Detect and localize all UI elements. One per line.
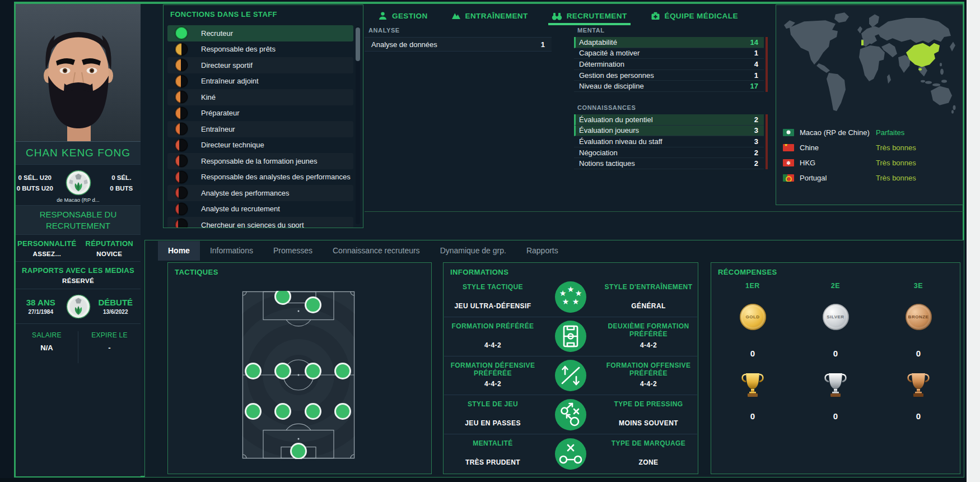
knowledge-attributes: Évaluation du potentiel2 Évaluation joue… [574, 114, 764, 169]
suitability-icon [175, 75, 188, 87]
medal-count: 0 [916, 349, 921, 358]
china-flag-icon [783, 144, 794, 151]
media-label: RAPPORTS AVEC LES MEDIAS [22, 266, 134, 275]
attribute-row[interactable]: Capacité à motiver1 [574, 48, 764, 59]
salary-label: SALAIRE [32, 331, 62, 339]
tab-label: ÉQUIPE MÉDICALE [665, 12, 738, 20]
senior-caps: 0 SÉL. [111, 174, 131, 181]
staff-function-row[interactable]: Analyste des performances [167, 185, 353, 201]
suitability-icon [175, 139, 188, 151]
attribute-value: 3 [754, 126, 758, 135]
tab-recrutement[interactable]: RECRUTEMENT [552, 11, 627, 21]
silver-trophy-icon [823, 372, 848, 398]
staff-function-label: Entraîneur [201, 125, 235, 133]
senior-stats: 0 SÉL. 0 BUTS [102, 170, 141, 205]
attribute-row[interactable]: Évaluation niveau du staff3 [574, 136, 764, 147]
scrollbar-thumb[interactable] [356, 27, 360, 61]
attribute-value: 17 [750, 82, 758, 90]
bronze-trophy-icon [906, 372, 931, 398]
age-value: 38 ANS [26, 298, 55, 307]
tab-equipe-medicale[interactable]: ÉQUIPE MÉDICALE [651, 11, 738, 21]
info-label: TYPE DE PRESSING [614, 400, 683, 408]
club-logo-small [66, 294, 91, 319]
attribute-row[interactable]: Niveau de discipline17 [574, 81, 764, 92]
staff-profile-sidebar: CHAN KENG FONG 0 SÉL. U20 0 BUTS U20 [16, 4, 141, 476]
staff-function-row[interactable]: Responsable des prêts [167, 41, 353, 58]
suitability-icon [175, 187, 188, 199]
expiry-block: EXPIRE LE - [78, 331, 141, 363]
informations-title: INFORMATIONS [444, 263, 698, 280]
player-dot [335, 404, 351, 419]
nation-row[interactable]: Macao (RP de Chine) Parfaites [781, 125, 958, 140]
staff-function-row[interactable]: Préparateur [167, 105, 353, 122]
u20-stats: 0 SÉL. U20 0 BUTS U20 [16, 170, 54, 205]
nation-rating: Très bonnes [876, 159, 916, 167]
staff-function-row[interactable]: Responsable de la formation jeunes [167, 153, 353, 169]
info-label: STYLE TACTIQUE [463, 283, 523, 291]
attribute-row[interactable]: Évaluation du potentiel2 [574, 114, 764, 126]
attribute-label: Évaluation niveau du staff [579, 137, 662, 146]
tab-home[interactable]: Home [158, 241, 200, 261]
nation-row[interactable]: HKG Très bonnes [781, 155, 958, 170]
attribute-row[interactable]: Évaluation joueurs3 [574, 126, 764, 137]
tab-informations[interactable]: Informations [200, 241, 263, 261]
info-row: MENTALITÉ TRÈS PRUDENT [444, 434, 697, 473]
staff-function-row[interactable]: Entraîneur adjoint [167, 73, 353, 90]
bronze-medal-icon: BRONZE [906, 304, 932, 330]
suitability-icon [175, 123, 188, 135]
tab-promesses[interactable]: Promesses [263, 241, 323, 261]
attribute-row[interactable]: Détermination4 [574, 59, 764, 70]
medal-label: SILVER [827, 314, 844, 319]
tab-dynamique-de-grp[interactable]: Dynamique de grp. [430, 241, 516, 261]
marking-icon [555, 438, 586, 470]
nation-name: HKG [800, 159, 815, 167]
player-dot [306, 364, 321, 379]
svg-text:★: ★ [562, 297, 570, 306]
tab-connaissance-recruteurs[interactable]: Connaissance recruteurs [323, 241, 430, 261]
staff-function-label: Entraîneur adjoint [201, 77, 259, 85]
attribute-value: 14 [750, 38, 758, 47]
tab-gestion[interactable]: GESTION [378, 11, 428, 21]
nation-row[interactable]: Portugal Très bonnes [781, 170, 958, 186]
attribute-row[interactable]: Négociation2 [574, 147, 764, 159]
rewards-col-first: 1ER GOLD 0 0 [711, 277, 794, 474]
staff-function-row[interactable]: Kiné [167, 89, 353, 105]
attribute-row[interactable]: Analyse de données 1 [365, 37, 552, 52]
attribute-label: Capacité à motiver [579, 49, 640, 57]
place-header: 3E [914, 282, 923, 290]
info-value: 4-4-2 [640, 341, 657, 349]
medal-label: GOLD [745, 314, 759, 319]
staff-function-row[interactable]: Recruteur [167, 25, 353, 41]
medical-bag-icon [651, 11, 660, 21]
staff-function-row[interactable]: Chercheur en sciences du sport [167, 217, 353, 228]
section-divider [365, 211, 963, 212]
expiry-value: - [108, 344, 110, 352]
info-row: STYLE DE JEU JEU EN PASSES [444, 395, 697, 434]
formation-swap-icon [555, 360, 586, 391]
attribute-row[interactable]: Gestion des personnes1 [574, 70, 764, 81]
rewards-columns: 1ER GOLD 0 0 2E SILVER 0 [711, 277, 960, 474]
tab-rapports[interactable]: Rapports [516, 241, 568, 261]
staff-function-row[interactable]: Directeur sportif [167, 57, 353, 73]
bottom-edge-strip [0, 478, 967, 482]
trophy-count: 0 [833, 411, 838, 421]
nation-row[interactable]: Chine Très bonnes [781, 140, 958, 155]
reputation-label: RÉPUTATION [85, 239, 133, 248]
staff-function-row[interactable]: Entraîneur [167, 121, 353, 137]
staff-function-label: Recruteur [201, 29, 233, 38]
info-value: 4-4-2 [484, 380, 501, 388]
info-label: FORMATION PRÉFÉRÉE [452, 322, 534, 330]
staff-function-row[interactable]: Responsable des analystes des performanc… [167, 169, 353, 186]
world-knowledge-panel: Macao (RP de Chine) Parfaites Chine Très… [776, 4, 963, 205]
staff-list-scrollbar[interactable] [356, 26, 360, 224]
info-label: FORMATION DÉFENSIVE PRÉFÉRÉE [446, 362, 539, 377]
player-dot [335, 364, 351, 379]
staff-function-row[interactable]: Directeur technique [167, 137, 353, 154]
attribute-row[interactable]: Notions tactiques2 [574, 158, 764, 169]
knowledge-scroll-marker [766, 114, 768, 169]
attribute-row[interactable]: Adaptabilité14 [574, 37, 764, 48]
tab-entrainement[interactable]: ENTRAÎNEMENT [451, 11, 528, 21]
staff-function-row[interactable]: Analyste du recrutement [167, 201, 353, 217]
five-stars-icon: ★★★ ★★ [555, 281, 586, 313]
trophy-count: 0 [916, 411, 921, 421]
